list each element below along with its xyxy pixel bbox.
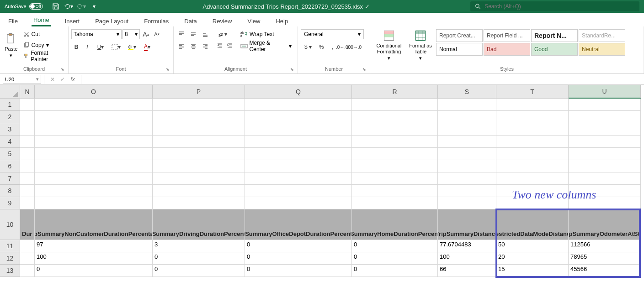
cell[interactable]: 100 bbox=[438, 252, 496, 265]
tab-formulas[interactable]: Formulas bbox=[142, 15, 170, 26]
cell[interactable] bbox=[438, 160, 496, 172]
font-name-select[interactable]: Tahoma▾ bbox=[71, 29, 122, 39]
cell[interactable] bbox=[569, 123, 641, 136]
tab-data[interactable]: Data bbox=[182, 15, 198, 26]
cell[interactable] bbox=[438, 123, 496, 136]
cell[interactable] bbox=[496, 160, 569, 172]
cell[interactable] bbox=[569, 111, 641, 123]
decrease-indent-button[interactable] bbox=[215, 40, 225, 50]
cell[interactable]: TripSummaryOfficeDepotDurationPercentage bbox=[245, 209, 352, 240]
formula-input[interactable] bbox=[81, 75, 644, 84]
cell[interactable] bbox=[35, 160, 153, 172]
row-header[interactable]: 13 bbox=[0, 265, 20, 277]
cell[interactable]: TripSummaryOdometerAtStart bbox=[569, 209, 641, 240]
cell[interactable]: 0 bbox=[352, 252, 438, 265]
tab-view[interactable]: View bbox=[245, 15, 262, 26]
cell-styles-gallery[interactable]: Report Creat... Report Field ... Report … bbox=[436, 29, 625, 56]
cell[interactable] bbox=[496, 148, 569, 160]
row-header[interactable]: 12 bbox=[0, 252, 20, 265]
row-header[interactable]: 5 bbox=[0, 148, 20, 160]
cell[interactable] bbox=[245, 172, 352, 185]
style-neutral[interactable]: Neutral bbox=[579, 43, 625, 56]
column-header-T[interactable]: T bbox=[496, 85, 569, 99]
column-header-Q[interactable]: Q bbox=[245, 85, 352, 99]
cell[interactable] bbox=[569, 136, 641, 148]
undo-button[interactable]: ▾ bbox=[64, 2, 73, 11]
select-all-corner[interactable] bbox=[0, 85, 20, 99]
percent-format-button[interactable]: % bbox=[316, 42, 326, 52]
cell[interactable] bbox=[496, 136, 569, 148]
cell[interactable] bbox=[245, 99, 352, 111]
cell[interactable]: TripSummaryHomeDurationPercentage bbox=[352, 209, 438, 240]
cell[interactable] bbox=[20, 160, 35, 172]
cell[interactable]: 77.6704483 bbox=[438, 240, 496, 252]
cell[interactable] bbox=[352, 123, 438, 136]
cell[interactable]: TripSummaryNonCustomerDurationPercentage bbox=[35, 209, 153, 240]
qat-more[interactable]: ▾ bbox=[90, 2, 99, 11]
number-dialog-launcher[interactable]: ⬊ bbox=[362, 67, 366, 72]
tab-file[interactable]: File bbox=[6, 15, 20, 26]
clipboard-dialog-launcher[interactable]: ⬊ bbox=[61, 67, 64, 72]
tab-page-layout[interactable]: Page Layout bbox=[93, 15, 130, 26]
cell[interactable] bbox=[245, 136, 352, 148]
cancel-formula-button[interactable]: ✕ bbox=[48, 75, 57, 84]
merge-center-button[interactable]: Merge & Center ▾ bbox=[239, 41, 293, 51]
paste-button[interactable]: Paste ▾ bbox=[3, 29, 20, 61]
cut-button[interactable]: Cut bbox=[21, 29, 65, 39]
column-header-O[interactable]: O bbox=[35, 85, 153, 99]
column-header-N[interactable]: N bbox=[20, 85, 35, 99]
cell[interactable]: 3 bbox=[153, 240, 245, 252]
style-report-field[interactable]: Report Field ... bbox=[484, 29, 530, 42]
column-header-P[interactable]: P bbox=[153, 85, 245, 99]
row-header[interactable]: 1 bbox=[0, 99, 20, 111]
cell[interactable] bbox=[352, 136, 438, 148]
row-header[interactable]: 3 bbox=[0, 123, 20, 136]
cell[interactable]: 0 bbox=[153, 252, 245, 265]
cell[interactable] bbox=[569, 148, 641, 160]
cell[interactable] bbox=[352, 197, 438, 209]
row-header[interactable]: 2 bbox=[0, 111, 20, 123]
cell[interactable] bbox=[438, 136, 496, 148]
redo-button[interactable]: ▾ bbox=[77, 2, 86, 11]
cell[interactable] bbox=[245, 160, 352, 172]
cell[interactable] bbox=[35, 136, 153, 148]
cell[interactable] bbox=[438, 111, 496, 123]
row-header[interactable]: 11 bbox=[0, 240, 20, 252]
cell[interactable] bbox=[438, 99, 496, 111]
cell[interactable] bbox=[438, 185, 496, 197]
search-box[interactable] bbox=[470, 1, 639, 11]
cell[interactable]: 97 bbox=[35, 240, 153, 252]
alignment-dialog-launcher[interactable]: ⬊ bbox=[290, 67, 294, 72]
number-format-select[interactable]: General▾ bbox=[301, 29, 364, 39]
cell[interactable]: TripSummaryDrivingDurationPercentage bbox=[153, 209, 245, 240]
cell[interactable] bbox=[20, 111, 35, 123]
style-normal[interactable]: Normal bbox=[436, 43, 483, 56]
cell[interactable] bbox=[438, 172, 496, 185]
cell[interactable] bbox=[20, 148, 35, 160]
cell[interactable] bbox=[20, 99, 35, 111]
tab-insert[interactable]: Insert bbox=[63, 15, 82, 26]
cell[interactable] bbox=[20, 240, 35, 252]
cell[interactable] bbox=[20, 265, 35, 277]
cell[interactable] bbox=[20, 197, 35, 209]
cell[interactable]: 78965 bbox=[569, 252, 641, 265]
name-box[interactable]: U20▾ bbox=[3, 75, 41, 84]
cell[interactable] bbox=[496, 111, 569, 123]
increase-indent-button[interactable] bbox=[225, 40, 235, 50]
cell[interactable]: 20 bbox=[496, 252, 569, 265]
autosave-control[interactable]: AutoSave Off bbox=[0, 3, 48, 10]
align-middle-button[interactable] bbox=[188, 29, 198, 39]
autosave-toggle[interactable]: Off bbox=[29, 3, 43, 10]
cell[interactable] bbox=[35, 197, 153, 209]
orientation-button[interactable]: ab▾ bbox=[215, 29, 230, 39]
cell[interactable] bbox=[245, 185, 352, 197]
style-report-created[interactable]: Report Creat... bbox=[436, 29, 483, 42]
cell[interactable] bbox=[153, 148, 245, 160]
cell[interactable] bbox=[20, 136, 35, 148]
row-header[interactable]: 9 bbox=[0, 197, 20, 209]
cell[interactable] bbox=[153, 160, 245, 172]
cell[interactable]: 66 bbox=[438, 265, 496, 277]
cell[interactable] bbox=[438, 148, 496, 160]
align-left-button[interactable] bbox=[176, 41, 186, 51]
cell[interactable] bbox=[35, 111, 153, 123]
